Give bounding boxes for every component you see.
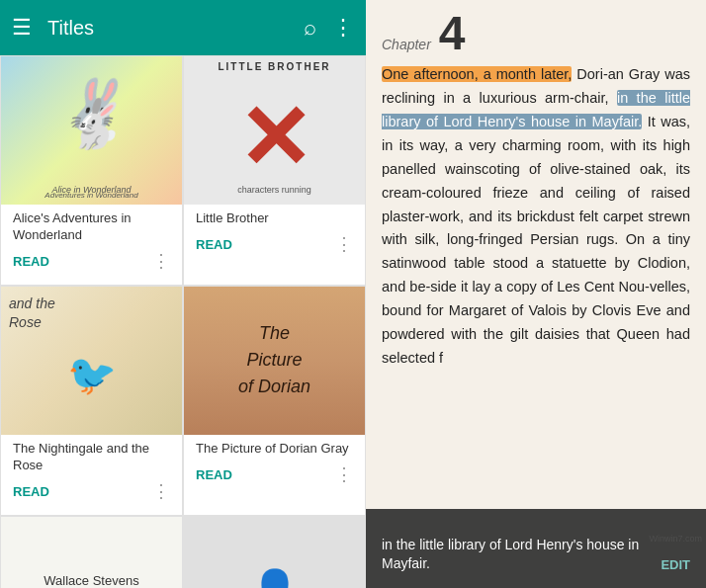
right-panel: Chapter 4 One afternoon, a month later, … bbox=[366, 0, 706, 588]
read-button-nightingale[interactable]: READ bbox=[13, 480, 49, 503]
book-cover-nightingale: and theRose 🐦 bbox=[1, 287, 182, 435]
read-button-dorian[interactable]: READ bbox=[196, 463, 232, 486]
book-actions-brother: READ ⋮ bbox=[184, 229, 365, 260]
search-icon[interactable]: ⌕ bbox=[304, 15, 316, 41]
cover-brother-x: ✕ bbox=[237, 94, 311, 183]
menu-icon[interactable]: ☰ bbox=[12, 15, 32, 41]
tooltip-edit-button[interactable]: EDIT bbox=[661, 556, 690, 574]
book-actions-dorian: READ ⋮ bbox=[184, 460, 365, 490]
book-actions-alice: READ ⋮ bbox=[1, 246, 182, 277]
book-card-stevens: Wallace Stevens· poems · Wallace Stevens… bbox=[0, 516, 183, 588]
left-panel: ☰ Titles ⌕ ⋮ 🐇 Adventures in Wonderland … bbox=[0, 0, 366, 588]
chapter-number: 4 bbox=[439, 10, 466, 57]
book-actions-nightingale: READ ⋮ bbox=[1, 476, 182, 507]
book-card-brother: LITTLE BROTHER ✕ characters running Litt… bbox=[183, 55, 366, 286]
more-button-brother[interactable]: ⋮ bbox=[335, 233, 353, 255]
book-card-unknown: 👤 ⋮ bbox=[183, 516, 366, 588]
tooltip-popup: in the little library of Lord Henry's ho… bbox=[366, 509, 706, 588]
highlight-orange: One afternoon, a month later, bbox=[382, 66, 572, 82]
cover-dorian-text: ThePictureof Dorian bbox=[222, 304, 326, 416]
cover-brother-title-text: LITTLE BROTHER bbox=[184, 61, 365, 72]
book-cover-brother: LITTLE BROTHER ✕ characters running bbox=[184, 56, 365, 205]
book-title-nightingale: The Nightingale and the Rose bbox=[1, 435, 182, 476]
book-grid: 🐇 Adventures in Wonderland Alice's Adven… bbox=[0, 55, 366, 588]
chapter-header: Chapter 4 bbox=[366, 0, 706, 63]
tooltip-text: in the little library of Lord Henry's ho… bbox=[382, 536, 645, 574]
read-button-brother[interactable]: READ bbox=[196, 233, 232, 256]
more-icon[interactable]: ⋮ bbox=[332, 15, 354, 41]
toolbar-title: Titles bbox=[47, 17, 288, 40]
more-button-alice[interactable]: ⋮ bbox=[152, 250, 170, 272]
more-button-nightingale[interactable]: ⋮ bbox=[152, 480, 170, 502]
chapter-label: Chapter bbox=[382, 37, 431, 52]
read-button-alice[interactable]: READ bbox=[13, 250, 49, 273]
book-title-alice: Alice's Adventures in Wonderland bbox=[1, 205, 182, 246]
book-title-dorian: The Picture of Dorian Gray bbox=[184, 435, 365, 460]
cover-stevens-text: Wallace Stevens· poems · bbox=[44, 571, 138, 588]
watermark: Winwin7.com bbox=[649, 534, 702, 544]
book-card-nightingale: and theRose 🐦 The Nightingale and the Ro… bbox=[0, 286, 183, 516]
cover-nightingale-bird: 🐦 bbox=[67, 352, 117, 398]
book-cover-stevens: Wallace Stevens· poems · bbox=[1, 517, 182, 588]
text-segment-2: It was, in its way, a very charming room… bbox=[382, 114, 690, 366]
book-cover-alice: 🐇 Adventures in Wonderland bbox=[1, 56, 182, 205]
toolbar: ☰ Titles ⌕ ⋮ bbox=[0, 0, 366, 55]
more-button-dorian[interactable]: ⋮ bbox=[335, 463, 353, 485]
book-card-alice: 🐇 Adventures in Wonderland Alice's Adven… bbox=[0, 55, 183, 286]
book-cover-dorian: ThePictureof Dorian bbox=[184, 287, 365, 435]
book-title-brother: Little Brother bbox=[184, 205, 365, 229]
cover-nightingale-text: and theRose bbox=[9, 294, 55, 333]
book-card-dorian: ThePictureof Dorian The Picture of Doria… bbox=[183, 286, 366, 516]
book-cover-unknown: 👤 bbox=[184, 517, 365, 588]
